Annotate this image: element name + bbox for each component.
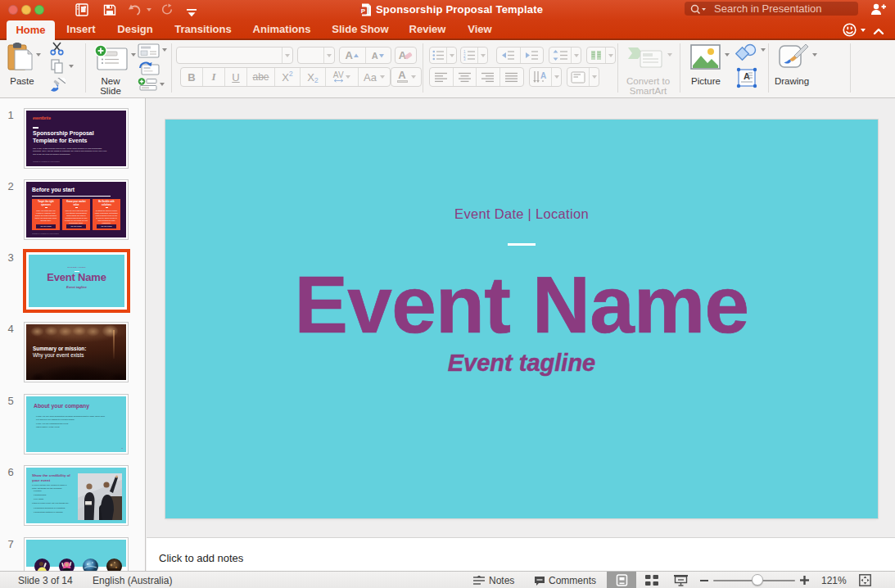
justify-button[interactable] [500, 68, 523, 86]
format-painter-icon[interactable] [48, 78, 66, 96]
picture-icon[interactable] [690, 44, 721, 73]
picture-dropdown-caret[interactable] [725, 53, 730, 57]
slide-thumbnail-6[interactable]: Show the credibility of your event If yo… [24, 465, 129, 526]
align-right-button[interactable] [477, 68, 500, 86]
font-name-select[interactable] [176, 47, 293, 64]
comments-toggle-label[interactable]: Comments [549, 575, 596, 586]
comments-icon [534, 576, 545, 586]
undo-dropdown-caret[interactable] [147, 8, 151, 11]
paste-icon[interactable] [7, 43, 38, 72]
clear-formatting-button[interactable]: A [395, 47, 417, 64]
zoom-slider-knob[interactable] [752, 574, 763, 586]
tab-animations[interactable]: Animations [253, 20, 311, 38]
new-from-template-icon[interactable] [75, 3, 88, 16]
redo-icon[interactable] [160, 3, 174, 16]
drawing-label: Drawing [766, 76, 817, 86]
underline-button[interactable]: U [225, 68, 247, 86]
notes-toggle[interactable] [473, 576, 485, 588]
new-slide-icon[interactable] [94, 45, 129, 75]
section-icon[interactable] [138, 78, 157, 94]
increase-indent-button[interactable] [521, 47, 544, 63]
tab-transitions[interactable]: Transitions [174, 20, 231, 38]
drawing-icon[interactable] [778, 43, 809, 75]
tab-review[interactable]: Review [409, 20, 446, 38]
comments-toggle[interactable] [534, 576, 545, 588]
font-color-button[interactable]: A [391, 67, 422, 87]
smiley-dropdown-caret[interactable] [861, 29, 866, 32]
decrease-indent-button[interactable] [497, 47, 521, 63]
drawing-dropdown-caret[interactable] [812, 53, 817, 57]
slideshow-view-button[interactable] [674, 575, 688, 588]
slide-canvas[interactable]: Event Date | Location Event Name Event t… [165, 120, 878, 518]
convert-to-smartart-icon[interactable] [627, 44, 663, 72]
fit-slide-to-window-button[interactable] [859, 574, 871, 588]
notes-toggle-label[interactable]: Notes [489, 575, 514, 586]
line-spacing-button[interactable] [549, 47, 581, 64]
tab-slide-show[interactable]: Slide Show [332, 20, 388, 38]
slide-thumbnail-7[interactable] [24, 537, 129, 571]
slide-thumbnail-2[interactable]: Before you start Target the right sponso… [24, 179, 129, 240]
share-icon[interactable] [870, 2, 886, 20]
reset-layout-icon[interactable] [138, 60, 160, 79]
normal-view-button[interactable] [607, 572, 636, 588]
alignment-buttons [429, 67, 524, 87]
copy-dropdown-caret[interactable] [69, 65, 74, 68]
bold-button[interactable]: B [181, 68, 203, 86]
slide-date-location-text[interactable]: Event Date | Location [165, 206, 878, 222]
layout-dropdown-caret[interactable] [162, 48, 167, 52]
shapes-icon[interactable] [735, 43, 758, 65]
save-icon[interactable] [103, 3, 116, 16]
tab-home[interactable]: Home [7, 20, 55, 40]
slide-tagline-text[interactable]: Event tagline [165, 351, 878, 375]
tab-design[interactable]: Design [117, 20, 152, 38]
strikethrough-button[interactable]: abe [247, 68, 275, 86]
slide-thumbnail-1[interactable]: eventbrite Sponsorship Proposal Template… [24, 108, 129, 169]
cut-icon[interactable] [50, 42, 65, 59]
font-size-select[interactable] [297, 47, 335, 64]
tab-insert[interactable]: Insert [66, 20, 95, 38]
subscript-button[interactable]: X2 [301, 68, 326, 86]
search-input[interactable]: Search in Presentation [685, 2, 858, 16]
text-direction-button[interactable]: A [529, 67, 562, 87]
zoom-button[interactable] [34, 5, 44, 15]
bullets-button[interactable] [429, 47, 457, 64]
language-indicator[interactable]: English (Australia) [93, 575, 172, 586]
align-left-button[interactable] [430, 68, 454, 86]
superscript-button[interactable]: X2 [275, 68, 301, 86]
copy-icon[interactable] [51, 59, 64, 77]
italic-button[interactable]: I [203, 68, 225, 86]
shapes-dropdown-caret[interactable] [761, 48, 766, 52]
undo-icon[interactable] [128, 3, 141, 16]
zoom-level[interactable]: 121% [821, 575, 847, 586]
character-spacing-button[interactable]: AV [326, 68, 359, 86]
grow-font-button[interactable]: A [340, 47, 366, 63]
slide-thumbnail-3-selected[interactable]: Event Date | Location Event Name Event t… [23, 249, 130, 313]
slide-thumbnail-5[interactable]: About your company Who you are (brief de… [24, 394, 129, 455]
collapse-ribbon-icon[interactable] [873, 25, 884, 39]
slide-divider-dash [508, 243, 536, 246]
section-dropdown-caret[interactable] [160, 83, 165, 86]
slide-layout-icon[interactable] [138, 43, 160, 61]
close-button[interactable] [8, 5, 18, 15]
slide-sorter-view-button[interactable] [645, 575, 658, 588]
numbering-button[interactable]: 123 [460, 47, 488, 64]
zoom-in-button[interactable] [800, 576, 809, 587]
title-bar: P Sponsorship Proposal Template Search i… [0, 0, 895, 20]
notes-pane[interactable]: Click to add notes [147, 537, 895, 571]
zoom-out-button[interactable] [700, 580, 708, 581]
paste-dropdown-caret[interactable] [36, 53, 41, 57]
tab-view[interactable]: View [468, 20, 491, 38]
feedback-smiley-icon[interactable] [843, 23, 857, 40]
customize-toolbar-icon[interactable] [186, 6, 197, 20]
minimize-button[interactable] [21, 5, 31, 15]
shrink-font-button[interactable]: A [366, 47, 391, 63]
text-box-icon[interactable]: A [736, 67, 757, 92]
smartart-dropdown-caret[interactable] [667, 53, 672, 57]
slide-thumbnail-4[interactable]: Summary or mission: Why your event exist… [24, 322, 129, 382]
new-slide-dropdown-caret[interactable] [131, 53, 136, 57]
align-text-button[interactable] [567, 67, 599, 87]
change-case-button[interactable]: Aa [359, 68, 390, 86]
align-center-button[interactable] [454, 68, 477, 86]
slide-title-text[interactable]: Event Name [165, 265, 878, 344]
columns-button[interactable] [586, 47, 616, 64]
